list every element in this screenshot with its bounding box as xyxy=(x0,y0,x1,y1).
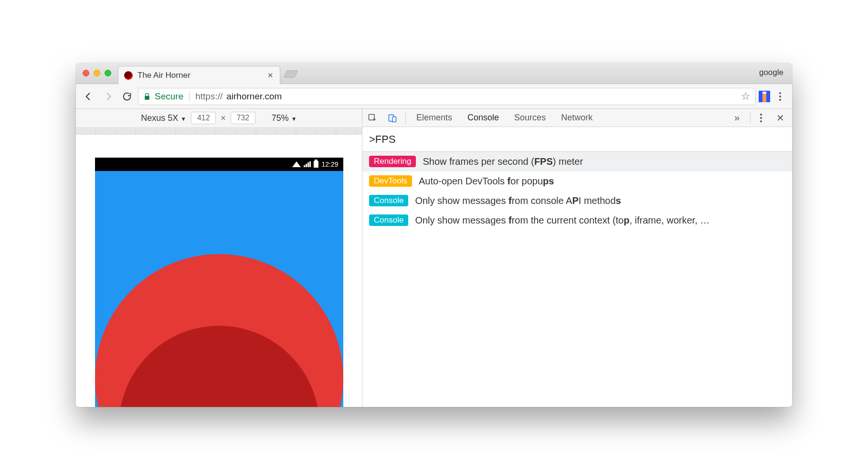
phone-screen: 12:29 xyxy=(95,158,343,407)
dim-multiply: × xyxy=(221,113,226,123)
devtools-tabbar-right: » ✕ xyxy=(727,112,792,124)
separator xyxy=(750,112,751,124)
devtools-tab-sources[interactable]: Sources xyxy=(507,109,553,127)
device-toolbar: Nexus 5X ▼ × 75% ▼ xyxy=(76,109,362,127)
secure-label: Secure xyxy=(155,91,183,102)
command-menu-input[interactable]: >FPS xyxy=(362,127,792,152)
devtools-pane: ElementsConsoleSourcesNetwork » ✕ >FPS R… xyxy=(362,109,792,407)
browser-menu-button[interactable] xyxy=(773,92,787,101)
cell-signal-icon xyxy=(304,161,311,167)
maximize-window-button[interactable] xyxy=(105,70,111,76)
new-tab-button[interactable] xyxy=(283,70,298,78)
url-host: airhorner.com xyxy=(226,91,282,102)
bookmark-star-icon[interactable]: ☆ xyxy=(741,90,751,103)
zoom-select[interactable]: 75% ▼ xyxy=(272,113,297,123)
more-tabs-button[interactable]: » xyxy=(727,112,747,123)
browser-tab[interactable]: The Air Horner ✕ xyxy=(118,66,280,84)
command-text: Show frames per second (FPS) meter xyxy=(423,156,583,167)
inspect-element-button[interactable] xyxy=(362,109,382,127)
url-scheme: https:// xyxy=(195,91,222,102)
profile-label[interactable]: google xyxy=(759,68,783,77)
toggle-device-toolbar-button[interactable] xyxy=(382,109,402,127)
phone-clock: 12:29 xyxy=(321,160,338,168)
reload-button[interactable] xyxy=(119,88,135,105)
command-menu-list: RenderingShow frames per second (FPS) me… xyxy=(362,152,792,230)
content-area: Nexus 5X ▼ × 75% ▼ 12:29 xyxy=(76,109,792,407)
browser-window: The Air Horner ✕ google Secure xyxy=(76,63,792,407)
devtools-menu-button[interactable] xyxy=(753,114,769,122)
command-tag: DevTools xyxy=(369,175,412,187)
devtools-close-button[interactable]: ✕ xyxy=(769,112,792,124)
command-tag: Console xyxy=(369,195,408,206)
titlebar: The Air Horner ✕ google xyxy=(76,63,792,84)
device-pane: Nexus 5X ▼ × 75% ▼ 12:29 xyxy=(76,109,362,407)
minimize-window-button[interactable] xyxy=(94,70,100,76)
command-text: Only show messages from console API meth… xyxy=(415,195,621,206)
tab-close-button[interactable]: ✕ xyxy=(266,72,274,79)
command-menu-item[interactable]: DevToolsAuto-open DevTools for popups xyxy=(362,171,792,191)
close-window-button[interactable] xyxy=(83,70,89,76)
device-height-input[interactable] xyxy=(231,112,255,124)
lock-icon xyxy=(143,92,151,101)
device-ruler xyxy=(76,127,362,135)
phone-status-bar: 12:29 xyxy=(95,158,343,171)
battery-icon xyxy=(314,161,318,168)
devtools-tab-elements[interactable]: Elements xyxy=(409,109,460,127)
command-tag: Console xyxy=(369,214,408,226)
extension-lighthouse-icon[interactable] xyxy=(759,91,770,102)
command-menu-query: >FPS xyxy=(369,133,396,146)
favicon-icon xyxy=(124,71,133,80)
command-text: Auto-open DevTools for popups xyxy=(419,176,554,187)
device-select[interactable]: Nexus 5X ▼ xyxy=(141,113,186,123)
browser-toolbar: Secure https://airhorner.com ☆ xyxy=(76,84,792,109)
wifi-icon xyxy=(292,161,301,167)
command-menu-item[interactable]: ConsoleOnly show messages from console A… xyxy=(362,191,792,211)
command-tag: Rendering xyxy=(369,156,416,167)
devtools-tab-console[interactable]: Console xyxy=(460,109,507,127)
address-bar[interactable]: Secure https://airhorner.com ☆ xyxy=(138,88,756,105)
window-controls xyxy=(83,70,111,76)
devtools-tabs: ElementsConsoleSourcesNetwork xyxy=(409,109,600,127)
separator xyxy=(189,91,190,102)
svg-rect-2 xyxy=(392,117,396,122)
forward-button[interactable] xyxy=(100,88,116,105)
devtools-tab-network[interactable]: Network xyxy=(553,109,600,127)
command-menu-item[interactable]: RenderingShow frames per second (FPS) me… xyxy=(362,152,792,171)
device-width-input[interactable] xyxy=(191,112,216,124)
devtools-tabbar: ElementsConsoleSourcesNetwork » ✕ xyxy=(362,109,792,127)
command-text: Only show messages from the current cont… xyxy=(415,215,709,226)
back-button[interactable] xyxy=(81,88,97,105)
separator xyxy=(405,112,406,124)
tab-title: The Air Horner xyxy=(138,71,191,80)
device-viewport: 12:29 xyxy=(76,135,362,407)
command-menu-item[interactable]: ConsoleOnly show messages from the curre… xyxy=(362,211,792,230)
